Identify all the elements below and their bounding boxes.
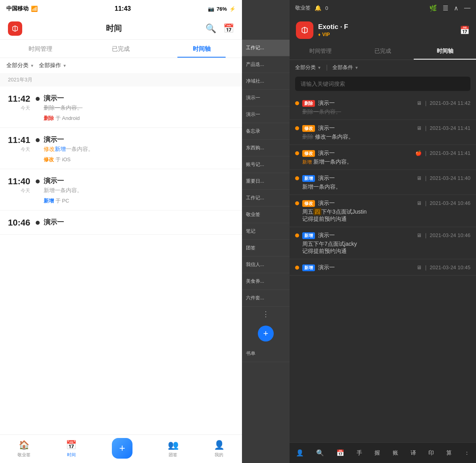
- ti-title: 演示一: [44, 176, 234, 185]
- mid-item-people[interactable]: 我信人...: [242, 257, 290, 273]
- right-condition-arrow: ▼: [355, 66, 359, 70]
- rb-search-icon[interactable]: 🔍: [316, 449, 324, 457]
- rb-translate-icon[interactable]: 译: [411, 449, 416, 457]
- mid-item-jyq[interactable]: 敬业签: [242, 206, 290, 223]
- rp-info: Exotic · F ♦ VIP: [318, 23, 348, 37]
- search-input[interactable]: [301, 81, 465, 87]
- rt-dot-orange: [295, 101, 299, 105]
- nav-item-team[interactable]: 👥 团签: [168, 440, 178, 458]
- rt-modify-tag: 修改: [302, 150, 315, 157]
- rt-item[interactable]: 新增 演示一 🖥 ｜ 2021-03-24 11:40 新增一条内容。: [290, 170, 476, 195]
- wifi-icon: 📶: [31, 6, 38, 12]
- rb-account-icon[interactable]: 账: [393, 449, 398, 457]
- rt-item[interactable]: 修改 演示一 🖥 ｜ 2021-03-24 11:41 删除 修改一条内容。: [290, 120, 476, 145]
- rb-hand-icon[interactable]: 手: [357, 449, 362, 457]
- rb-print-icon[interactable]: 印: [428, 449, 434, 457]
- rt-desc-text: 修改一条内容。: [313, 133, 354, 140]
- mid-more-btn[interactable]: ⋮: [242, 307, 290, 322]
- ti-dot: [36, 138, 40, 142]
- right-tab-completed[interactable]: 已完成: [352, 43, 414, 60]
- rt-new-tag: 新增: [302, 264, 315, 271]
- new-prefix: 新增: [55, 146, 66, 152]
- action-arrow-icon: ▼: [63, 64, 67, 68]
- rt-item[interactable]: 新增 演示一 🖥 ｜ 2021-03-24 10:46 周五下午7点面试jack…: [290, 227, 476, 259]
- mid-item-books[interactable]: 书单: [242, 345, 290, 362]
- search-icon[interactable]: 🔍: [205, 23, 216, 34]
- day-label: 今天: [8, 105, 30, 112]
- rb-person-icon[interactable]: 👤: [296, 449, 304, 457]
- mid-item-work2[interactable]: 工作记...: [242, 190, 290, 206]
- rb-more-icon[interactable]: ：: [464, 449, 470, 457]
- rt-item[interactable]: 修改 演示一 🖥 ｜ 2021-03-24 10:46 周五四下午3点面试Jus…: [290, 195, 476, 227]
- mid-item-accounts[interactable]: 账号记...: [242, 156, 290, 173]
- rt-item[interactable]: 删除 演示一 🖥 ｜ 2021-03-24 11:42 删除一条内容。: [290, 95, 476, 120]
- filter-divider: |: [326, 64, 328, 71]
- ti-time: 11:42 今天: [8, 94, 36, 112]
- timeline-list[interactable]: 11:42 今天 演示一 删除一条内容。 删除 于 Android 11:41 …: [0, 87, 242, 463]
- rt-item-title: 演示一: [318, 232, 335, 239]
- rp-calendar-icon[interactable]: 📅: [460, 25, 470, 35]
- rt-menu-icon[interactable]: ☰: [443, 4, 448, 12]
- right-condition-filter[interactable]: 全部条件 ▼: [332, 64, 359, 71]
- rt-nature-icon[interactable]: 🌿: [429, 4, 437, 12]
- action-filter-btn[interactable]: 全部操作 ▼: [39, 62, 67, 69]
- mid-item-six[interactable]: 六件套...: [242, 290, 290, 307]
- rt-item[interactable]: 修改 演示一 🍎 ｜ 2021-03-24 11:41 新增 新增一条内容。: [290, 145, 476, 170]
- mid-fab-btn[interactable]: +: [258, 326, 274, 341]
- ti-content: 演示一: [44, 218, 234, 228]
- right-tab-management[interactable]: 时间管理: [290, 43, 352, 60]
- mid-item-team2[interactable]: 团签: [242, 240, 290, 257]
- mid-item-purify[interactable]: 净域社...: [242, 73, 290, 90]
- left-header: 时间 🔍 📅: [0, 17, 242, 40]
- rb-calc-icon[interactable]: 算: [446, 449, 452, 457]
- rt-up-icon[interactable]: ∧: [454, 4, 459, 12]
- right-category-filter[interactable]: 全部分类 ▼: [295, 64, 321, 71]
- right-category-arrow: ▼: [317, 66, 321, 70]
- left-logo[interactable]: [8, 21, 22, 36]
- rt-delete-tag: 删除: [302, 100, 315, 107]
- mine-icon: 👤: [214, 440, 225, 450]
- timeline-item[interactable]: 11:40 今天 演示一 新增一条内容。 新增 于 PC: [0, 169, 242, 210]
- calendar-icon[interactable]: 📅: [223, 23, 234, 34]
- rp-name: Exotic · F: [318, 23, 348, 31]
- rt-dot-orange: [295, 176, 299, 180]
- mid-item-memo[interactable]: 备忘录: [242, 123, 290, 140]
- ti-desc: 删除一条内容。: [44, 104, 234, 112]
- nav-item-jieyeqian[interactable]: 🏠 敬业签: [17, 440, 31, 458]
- tab-timeline[interactable]: 时间轴: [161, 40, 242, 58]
- tab-completed[interactable]: 已完成: [81, 40, 161, 58]
- rb-grip-icon[interactable]: 握: [374, 449, 380, 457]
- rt-dot-orange: [295, 233, 299, 237]
- rt-item-title: 演示一: [318, 125, 335, 132]
- nav-item-mine[interactable]: 👤 我的: [214, 440, 225, 458]
- ti-time: 11:40 今天: [8, 176, 36, 194]
- right-timeline[interactable]: 删除 演示一 🖥 ｜ 2021-03-24 11:42 删除一条内容。 修改 演…: [290, 95, 476, 442]
- right-tab-timeline[interactable]: 时间轴: [414, 43, 476, 60]
- nav-item-add[interactable]: +: [112, 438, 132, 460]
- rt-platform: 🖥 ｜ 2021-03-24 10:45: [416, 264, 470, 271]
- mid-item-demo2[interactable]: 演示一: [242, 106, 290, 123]
- mid-item-worktask[interactable]: 工作记...: [242, 40, 290, 56]
- rt-item[interactable]: 新增 演示一 🖥 ｜ 2021-03-24 10:45: [290, 259, 476, 276]
- right-category-label: 全部分类: [295, 64, 316, 71]
- category-filter-btn[interactable]: 全部分类 ▼: [6, 62, 34, 69]
- timeline-item[interactable]: 11:41 今天 演示一 修改新增一条内容。 修改 于 iOS: [0, 128, 242, 169]
- time-value: 11:41: [8, 135, 30, 145]
- mid-item-product[interactable]: 产品迭...: [242, 56, 290, 73]
- mid-item-important[interactable]: 重要日...: [242, 173, 290, 190]
- mid-item-demo1[interactable]: 演示一: [242, 90, 290, 106]
- mid-item-things[interactable]: 东西购...: [242, 140, 290, 156]
- time-value: 11:42: [8, 94, 30, 104]
- add-fab[interactable]: +: [112, 438, 132, 459]
- tab-time-management[interactable]: 时间管理: [0, 40, 81, 58]
- right-search[interactable]: [295, 77, 470, 91]
- timeline-item[interactable]: 11:42 今天 演示一 删除一条内容。 删除 于 Android: [0, 87, 242, 128]
- mid-item-notes[interactable]: 笔记: [242, 223, 290, 240]
- timeline-item[interactable]: 10:46 演示一: [0, 210, 242, 235]
- rb-calendar-icon[interactable]: 📅: [336, 449, 344, 457]
- rt-minimize-icon[interactable]: —: [464, 4, 470, 12]
- ti-content: 演示一 修改新增一条内容。 修改 于 iOS: [44, 135, 234, 163]
- mid-item-food[interactable]: 美食券...: [242, 273, 290, 290]
- nav-item-time[interactable]: 📅 时间: [66, 440, 77, 458]
- rt-new-tag: 新增: [302, 232, 315, 239]
